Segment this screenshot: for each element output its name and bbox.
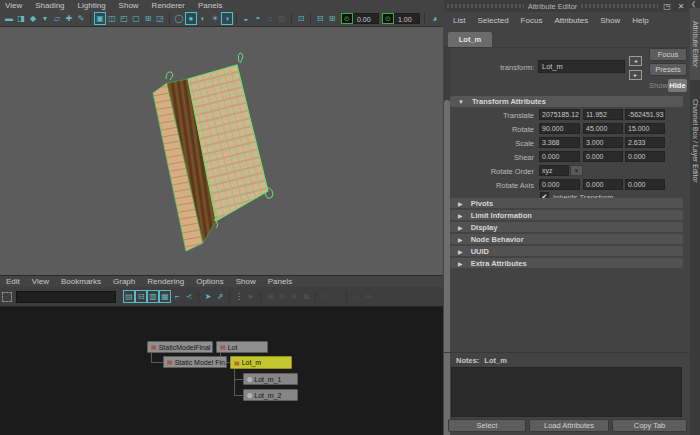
exposure-value[interactable]: 0.00 xyxy=(353,13,379,24)
rotate-y-field[interactable]: 45.000 xyxy=(583,123,623,134)
scale-x-field[interactable]: 3.368 xyxy=(539,137,580,148)
scale-z-field[interactable]: 2.633 xyxy=(625,137,665,148)
full-node-view-icon[interactable]: ▥ xyxy=(147,290,159,303)
show-button[interactable]: Show xyxy=(649,79,668,92)
shear-z-field[interactable]: 0.000 xyxy=(625,151,665,162)
attribute-editor-menu-item[interactable]: Show xyxy=(600,16,620,26)
translate-y-field[interactable]: 11.952 xyxy=(583,109,623,120)
translate-x-field[interactable]: 2075185.125 xyxy=(539,109,580,120)
clapboard-icon[interactable]: ▬ xyxy=(3,12,15,25)
transform-name-input[interactable] xyxy=(538,60,625,73)
viewport-menu-item[interactable]: Show xyxy=(119,1,139,11)
shear-x-field[interactable]: 0.000 xyxy=(539,151,580,162)
node-editor-menu-item[interactable]: Options xyxy=(196,277,224,287)
exposure-control[interactable]: ⊙ 0.00 xyxy=(341,13,379,24)
section-transform-attributes[interactable]: ▼ Transform Attributes xyxy=(450,96,683,107)
section-limit-information[interactable]: ▶ Limit Information xyxy=(450,210,683,220)
node-static-model-fin[interactable]: ▤ Static Model Fin... xyxy=(163,356,227,368)
select-button[interactable]: Select xyxy=(448,419,526,432)
sidebar-tab-attribute-editor[interactable]: Attribute Editor xyxy=(690,8,700,80)
attribute-editor-menu-item[interactable]: Help xyxy=(632,16,648,26)
gamma-value[interactable]: 1.00 xyxy=(394,13,420,24)
hypershade-pane-icon[interactable]: ◲ xyxy=(154,12,166,25)
viewport-menu-item[interactable]: Renderer xyxy=(152,1,185,11)
load-attributes-button[interactable]: Load Attributes xyxy=(529,419,609,432)
float-panel-icon[interactable]: ◳ xyxy=(662,2,672,11)
shaded-icon[interactable]: ● xyxy=(185,12,197,25)
camera-attributes-icon[interactable]: ◆ xyxy=(27,12,39,25)
grease-pencil-icon[interactable]: ✎ xyxy=(75,12,87,25)
scale-y-field[interactable]: 3.000 xyxy=(583,137,623,148)
rotate-axis-y-field[interactable]: 0.000 xyxy=(583,179,623,190)
node-editor-menu-item[interactable]: Edit xyxy=(6,277,20,287)
select-tool-icon[interactable]: ➤ xyxy=(202,290,214,303)
node-editor-menu-item[interactable]: Bookmarks xyxy=(61,277,101,287)
connection-style-icon[interactable]: ⌐ xyxy=(171,290,183,303)
node-static-model-final[interactable]: ▤ StaticModelFinal xyxy=(147,341,213,353)
section-uuid[interactable]: ▶ UUID xyxy=(450,246,683,256)
hide-button[interactable]: Hide xyxy=(668,79,687,92)
single-pane-icon[interactable]: ▣ xyxy=(94,12,106,25)
attribute-editor-menu-item[interactable]: Selected xyxy=(477,16,508,26)
node-editor-menu-item[interactable]: Panels xyxy=(268,277,292,287)
frame-all-icon[interactable] xyxy=(2,292,12,302)
snapshot-icon[interactable]: ⊞ xyxy=(326,12,338,25)
pin-right-icon[interactable]: ► xyxy=(629,70,642,80)
viewport-menu-item[interactable]: Lighting xyxy=(78,1,106,11)
section-pivots[interactable]: ▶ Pivots xyxy=(450,198,683,208)
gamma-control[interactable]: ⊙ 1.00 xyxy=(382,13,420,24)
node-editor-menu-item[interactable]: Rendering xyxy=(147,277,184,287)
node-lot-m[interactable]: ▤ Lot_m xyxy=(230,356,292,369)
isolate-select-icon[interactable]: ⊡ xyxy=(295,12,307,25)
2d-pan-zoom-icon[interactable]: ✚ xyxy=(63,12,75,25)
rotate-order-value[interactable]: xyz xyxy=(539,165,569,176)
attribute-editor-menu-item[interactable]: List xyxy=(453,16,465,26)
section-node-behavior[interactable]: ▶ Node Behavior xyxy=(450,234,683,244)
node-lot-m-2[interactable]: ◍ Lot_m_2 xyxy=(243,389,298,401)
section-display[interactable]: ▶ Display xyxy=(450,222,683,232)
color-management-icon[interactable]: ◕ xyxy=(429,12,441,25)
rotate-x-field[interactable]: 90.000 xyxy=(539,123,580,134)
pane-layout-icon[interactable]: ▢ xyxy=(130,12,142,25)
rotate-axis-x-field[interactable]: 0.000 xyxy=(539,179,580,190)
image-plane-icon[interactable]: ▱ xyxy=(51,12,63,25)
custom-node-view-icon[interactable]: ▦ xyxy=(159,290,171,303)
select-slash-icon[interactable]: ⇗ xyxy=(214,290,226,303)
node-editor-menu-item[interactable]: View xyxy=(32,277,49,287)
3d-viewport[interactable] xyxy=(0,27,443,275)
xray-icon[interactable]: ◌ xyxy=(264,12,276,25)
attribute-editor-menu-item[interactable]: Focus xyxy=(521,16,543,26)
viewport-menu-item[interactable]: View xyxy=(5,1,22,11)
textured-icon[interactable]: ◐ xyxy=(197,12,209,25)
copy-tab-button[interactable]: Copy Tab xyxy=(612,419,687,432)
node-lot[interactable]: ▤ Lot xyxy=(216,341,268,353)
pin-left-icon[interactable]: ◄ xyxy=(629,56,642,66)
node-search-input[interactable] xyxy=(16,291,116,303)
rotate-z-field[interactable]: 15.000 xyxy=(625,123,665,134)
node-editor-menu-item[interactable]: Graph xyxy=(113,277,135,287)
layout-graph-icon[interactable]: ⋮ xyxy=(233,290,245,303)
shadows-icon[interactable]: ◑ xyxy=(221,12,233,25)
bookmark-icon[interactable]: ▾ xyxy=(39,12,51,25)
focus-button[interactable]: Focus xyxy=(649,48,687,61)
shape-node-display-icon[interactable]: ≺ xyxy=(183,290,195,303)
all-lights-icon[interactable]: ☀ xyxy=(209,12,221,25)
two-pane-icon[interactable]: ◫ xyxy=(106,12,118,25)
scrollbar-thumb[interactable] xyxy=(444,100,450,435)
section-extra-attributes[interactable]: ▶ Extra Attributes xyxy=(450,258,683,268)
sidebar-tab-channel-box[interactable]: Channel Box / Layer Editor xyxy=(690,82,700,200)
motion-blur-icon[interactable]: ◓ xyxy=(252,12,264,25)
camera-icon[interactable]: ◨ xyxy=(15,12,27,25)
node-lot-m-1[interactable]: ◍ Lot_m_1 xyxy=(243,373,298,385)
four-pane-icon[interactable]: ◰ xyxy=(118,12,130,25)
translate-z-field[interactable]: -562451.938 xyxy=(625,109,665,120)
notes-textarea[interactable] xyxy=(451,367,682,417)
rotate-order-dropdown-icon[interactable]: ▼ xyxy=(570,165,583,176)
collapse-panel-icon[interactable]: ❮ xyxy=(691,0,696,7)
simple-node-view-icon[interactable]: ▤ xyxy=(123,290,135,303)
node-graph[interactable]: ▤ StaticModelFinal ▤ Static Model Fin...… xyxy=(0,307,443,435)
tab-lot-m[interactable]: Lot_m xyxy=(448,32,492,47)
connected-node-view-icon[interactable]: ⊟ xyxy=(135,290,147,303)
viewport-menu-item[interactable]: Panels xyxy=(198,1,222,11)
outliner-pane-icon[interactable]: ⊞ xyxy=(142,12,154,25)
